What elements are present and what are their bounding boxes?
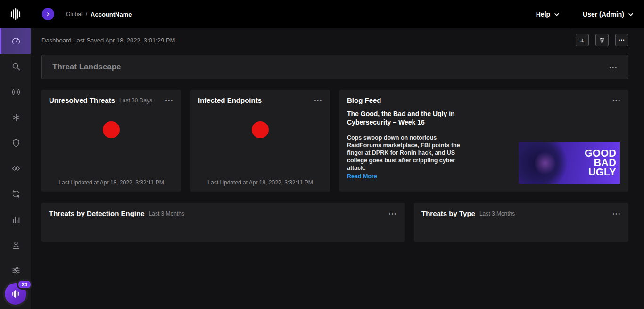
card-header: Infected Endpoints ••• xyxy=(190,90,330,108)
widgets-row-1: Unresolved Threats Last 30 Days ••• Last… xyxy=(41,90,628,192)
image-word: BAD xyxy=(585,158,616,167)
image-highlight-shape xyxy=(535,150,555,176)
unresolved-threats-card: Unresolved Threats Last 30 Days ••• Last… xyxy=(41,90,181,192)
threats-by-detection-engine-card: Threats by Detection Engine Last 3 Month… xyxy=(41,203,405,242)
more-dots-icon: ••• xyxy=(612,211,621,217)
bar-chart-icon xyxy=(11,214,21,225)
more-dots-icon: ••• xyxy=(619,38,625,42)
read-more-link[interactable]: Read More xyxy=(347,173,377,180)
card-header: Threats by Detection Engine Last 3 Month… xyxy=(41,203,405,221)
help-menu-label: Help xyxy=(536,10,550,18)
card-more-button[interactable]: ••• xyxy=(314,97,322,104)
breadcrumb-separator: / xyxy=(86,11,87,17)
chevron-right-icon xyxy=(45,11,51,17)
more-dots-icon: ••• xyxy=(609,65,618,70)
section-title: Threat Landscape xyxy=(52,62,121,72)
card-title: Threats by Detection Engine xyxy=(49,209,145,217)
card-title: Infected Endpoints xyxy=(198,96,262,104)
last-saved-text: Dashboard Last Saved Apr 18, 2022, 3:01:… xyxy=(41,37,175,44)
card-title: Blog Feed xyxy=(347,96,381,104)
threat-landscape-panel: Threat Landscape ••• xyxy=(41,55,628,79)
unresolved-threats-donut-chart[interactable] xyxy=(103,121,120,138)
sidebar-item-dashboard[interactable] xyxy=(0,28,31,54)
sentinelone-logo-icon xyxy=(8,7,23,21)
image-headline-text: GOOD BAD UGLY xyxy=(585,149,616,177)
top-header: Global / AccountName Help User (Admin) xyxy=(0,0,644,28)
blog-feed-card: Blog Feed ••• The Good, the Bad and the … xyxy=(339,90,628,192)
infected-endpoints-donut-chart[interactable] xyxy=(252,121,269,138)
card-header: Unresolved Threats Last 30 Days ••• xyxy=(41,90,181,108)
dashboard-content: Dashboard Last Saved Apr 18, 2022, 3:01:… xyxy=(31,28,644,309)
card-range-label: Last 3 Months xyxy=(479,210,515,217)
threats-by-type-card: Threats by Type Last 3 Months ••• xyxy=(414,203,628,242)
card-range-label: Last 30 Days xyxy=(119,97,152,104)
blog-post-image[interactable]: GOOD BAD UGLY xyxy=(519,142,620,184)
search-icon xyxy=(11,61,21,72)
more-dots-icon: ••• xyxy=(612,98,621,103)
section-more-button[interactable]: ••• xyxy=(609,64,618,71)
blog-post: The Good, the Bad and the Ugly in Cybers… xyxy=(339,108,628,184)
sidebar-item-search[interactable] xyxy=(0,54,31,79)
blog-post-excerpt: Cops swoop down on notorious RaidForums … xyxy=(347,134,463,172)
broadcast-icon xyxy=(11,87,21,97)
sidebar-expand-button[interactable] xyxy=(42,8,54,20)
more-dots-icon: ••• xyxy=(165,98,173,103)
user-menu-label: User (Admin) xyxy=(583,10,624,18)
sidebar-item-reports[interactable] xyxy=(0,207,31,232)
plus-icon: + xyxy=(580,37,585,44)
widgets-row-2: Threats by Detection Engine Last 3 Month… xyxy=(41,203,628,242)
asterisk-icon xyxy=(11,112,21,123)
breadcrumb-scope[interactable]: Global xyxy=(66,11,83,17)
donut-chart-wrap xyxy=(190,121,330,138)
image-word: UGLY xyxy=(585,167,616,177)
shield-icon xyxy=(11,138,21,148)
blog-post-title: The Good, the Bad and the Ugly in Cybers… xyxy=(347,110,465,126)
card-header: Threats by Type Last 3 Months ••• xyxy=(414,203,628,221)
dashboard-toolbar: Dashboard Last Saved Apr 18, 2022, 3:01:… xyxy=(41,33,628,47)
sidebar xyxy=(0,28,31,309)
sidebar-item-sentinels[interactable] xyxy=(0,79,31,105)
toolbar-actions: + ••• xyxy=(576,34,628,46)
last-updated-text: Last Updated at Apr 18, 2022, 3:32:11 PM xyxy=(190,179,330,186)
help-menu[interactable]: Help xyxy=(524,0,570,28)
card-title: Threats by Type xyxy=(421,209,475,217)
breadcrumb: Global / AccountName xyxy=(66,11,132,18)
breadcrumb-account[interactable]: AccountName xyxy=(91,11,132,18)
trash-icon xyxy=(599,37,605,43)
header-right: Help User (Admin) xyxy=(524,0,644,28)
image-word: GOOD xyxy=(585,149,616,158)
chevron-down-icon xyxy=(554,11,559,16)
card-range-label: Last 3 Months xyxy=(149,210,184,217)
delete-dashboard-button[interactable] xyxy=(595,34,609,46)
sidebar-item-policy[interactable] xyxy=(0,130,31,156)
infected-endpoints-card: Infected Endpoints ••• Last Updated at A… xyxy=(190,90,330,192)
donut-chart-wrap xyxy=(41,121,181,138)
notification-badge: 24 xyxy=(17,279,32,290)
sentinelone-logo[interactable] xyxy=(0,7,31,21)
last-updated-text: Last Updated at Apr 18, 2022, 3:32:11 PM xyxy=(41,179,181,186)
card-header: Blog Feed ••• xyxy=(339,90,628,108)
sliders-icon xyxy=(11,265,21,276)
card-more-button[interactable]: ••• xyxy=(612,210,621,217)
sidebar-item-account[interactable] xyxy=(0,232,31,258)
card-more-button[interactable]: ••• xyxy=(165,97,173,104)
diamonds-icon xyxy=(11,163,21,174)
sidebar-item-applications[interactable] xyxy=(0,156,31,181)
sidebar-item-activity[interactable] xyxy=(0,181,31,207)
dashboard-more-button[interactable]: ••• xyxy=(615,34,628,46)
chevron-down-icon xyxy=(628,11,633,16)
card-more-button[interactable]: ••• xyxy=(612,97,621,104)
more-dots-icon: ••• xyxy=(388,211,397,217)
add-widget-button[interactable]: + xyxy=(576,34,589,46)
notifications-widget[interactable]: 24 xyxy=(5,283,26,305)
card-more-button[interactable]: ••• xyxy=(388,210,397,217)
sidebar-item-incidents[interactable] xyxy=(0,105,31,130)
dashboard-gauge-icon xyxy=(11,36,21,46)
user-menu[interactable]: User (Admin) xyxy=(570,0,644,28)
sync-arrows-icon xyxy=(11,189,21,199)
user-icon xyxy=(11,240,21,250)
more-dots-icon: ••• xyxy=(314,98,322,103)
sentinelone-icon xyxy=(11,289,20,299)
card-title: Unresolved Threats xyxy=(49,96,115,104)
